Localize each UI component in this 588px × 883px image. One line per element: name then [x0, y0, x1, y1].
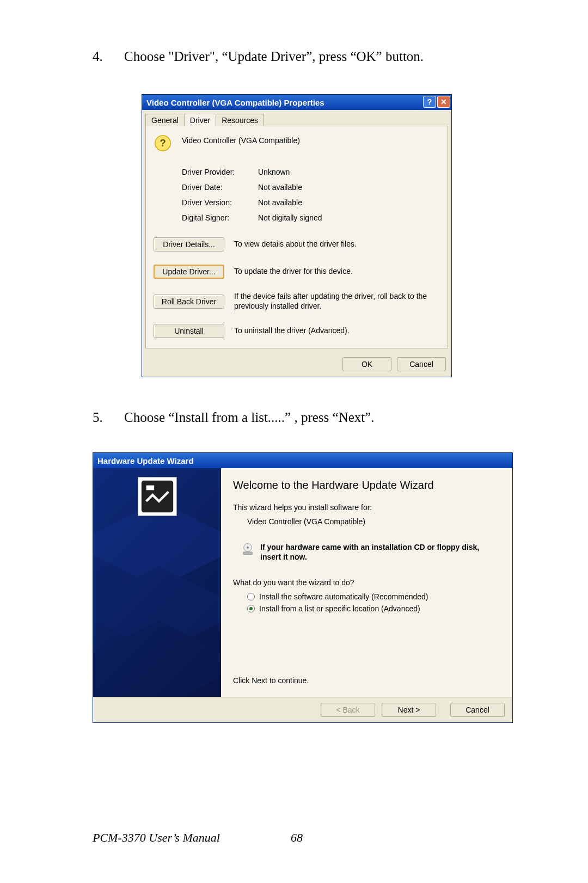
driver-date-label: Driver Date: [182, 183, 258, 192]
driver-date-value: Not available [258, 183, 440, 192]
dialog-footer: OK Cancel [142, 352, 451, 377]
page-number: 68 [291, 831, 303, 845]
tab-strip: General Driver Resources [142, 110, 451, 126]
cancel-button[interactable]: Cancel [450, 703, 505, 717]
ok-button[interactable]: OK [342, 357, 391, 371]
back-button: < Back [321, 703, 375, 717]
radio-install-automatically[interactable]: Install the software automatically (Reco… [247, 592, 500, 601]
uninstall-desc: To uninstall the driver (Advanced). [234, 326, 440, 336]
unknown-device-icon: ? [154, 134, 172, 152]
wizard-cd-notice: If your hardware came with an installati… [241, 542, 500, 562]
wizard-cd-notice-text: If your hardware came with an installati… [260, 542, 500, 562]
instruction-step-4: 4. Choose "Driver", “Update Driver”, pre… [93, 49, 501, 64]
driver-provider-value: Unknown [258, 168, 440, 176]
driver-properties: Driver Provider: Unknown Driver Date: No… [182, 168, 440, 222]
properties-dialog: Video Controller (VGA Compatible) Proper… [142, 94, 452, 377]
step-number: 5. [93, 410, 124, 425]
hardware-update-wizard-dialog: Hardware Update Wizard Welcome [93, 452, 513, 723]
driver-details-desc: To view details about the driver files. [234, 240, 440, 249]
wizard-intro-text: This wizard helps you install software f… [233, 503, 500, 512]
wizard-device-name: Video Controller (VGA Compatible) [247, 517, 500, 526]
wizard-side-banner [93, 468, 221, 697]
radio-icon [247, 605, 255, 612]
wizard-heading: Welcome to the Hardware Update Wizard [233, 478, 500, 492]
update-driver-button[interactable]: Update Driver... [154, 265, 224, 279]
svg-rect-6 [146, 486, 154, 490]
page-footer: PCM-3370 User’s Manual 68 [93, 831, 501, 845]
radio-label: Install from a list or specific location… [259, 604, 420, 613]
driver-version-value: Not available [258, 198, 440, 207]
wizard-hardware-icon [138, 477, 177, 516]
radio-icon [247, 593, 255, 600]
device-name: Video Controller (VGA Compatible) [182, 134, 300, 145]
wizard-question: What do you want the wizard to do? [233, 578, 500, 587]
step-text: Choose “Install from a list.....” , pres… [124, 410, 501, 425]
tab-driver[interactable]: Driver [184, 114, 216, 126]
dialog-title: Hardware Update Wizard [97, 456, 194, 465]
svg-rect-5 [141, 481, 173, 512]
help-button[interactable]: ? [423, 96, 436, 108]
step-number: 4. [93, 49, 124, 64]
digital-signer-label: Digital Signer: [182, 213, 258, 222]
wizard-click-next-text: Click Next to continue. [233, 676, 500, 685]
svg-point-8 [247, 547, 249, 549]
tab-resources[interactable]: Resources [216, 114, 264, 126]
cd-icon [241, 542, 255, 556]
close-button[interactable]: ✕ [437, 96, 450, 108]
roll-back-driver-desc: If the device fails after updating the d… [234, 292, 440, 311]
titlebar: Hardware Update Wizard [93, 453, 512, 468]
digital-signer-value: Not digitally signed [258, 213, 440, 222]
svg-text:?: ? [160, 137, 166, 149]
next-button[interactable]: Next > [382, 703, 436, 717]
manual-title: PCM-3370 User’s Manual [93, 831, 220, 845]
step-text: Choose "Driver", “Update Driver”, press … [124, 49, 501, 64]
dialog-title: Video Controller (VGA Compatible) Proper… [146, 98, 324, 107]
driver-details-button[interactable]: Driver Details... [154, 237, 224, 252]
titlebar: Video Controller (VGA Compatible) Proper… [142, 95, 451, 110]
roll-back-driver-button[interactable]: Roll Back Driver [154, 295, 224, 309]
cancel-button[interactable]: Cancel [397, 357, 446, 371]
svg-marker-4 [93, 621, 221, 697]
wizard-footer: < Back Next > Cancel [93, 697, 512, 722]
instruction-step-5: 5. Choose “Install from a list.....” , p… [93, 410, 501, 425]
update-driver-desc: To update the driver for this device. [234, 267, 440, 277]
tab-general[interactable]: General [145, 114, 185, 126]
driver-provider-label: Driver Provider: [182, 168, 258, 176]
driver-tab-pane: ? Video Controller (VGA Compatible) Driv… [145, 126, 448, 348]
wizard-main-pane: Welcome to the Hardware Update Wizard Th… [221, 468, 512, 697]
driver-version-label: Driver Version: [182, 198, 258, 207]
svg-rect-9 [243, 552, 252, 555]
radio-label: Install the software automatically (Reco… [259, 592, 428, 601]
radio-install-from-list[interactable]: Install from a list or specific location… [247, 604, 500, 613]
uninstall-button[interactable]: Uninstall [154, 324, 224, 338]
